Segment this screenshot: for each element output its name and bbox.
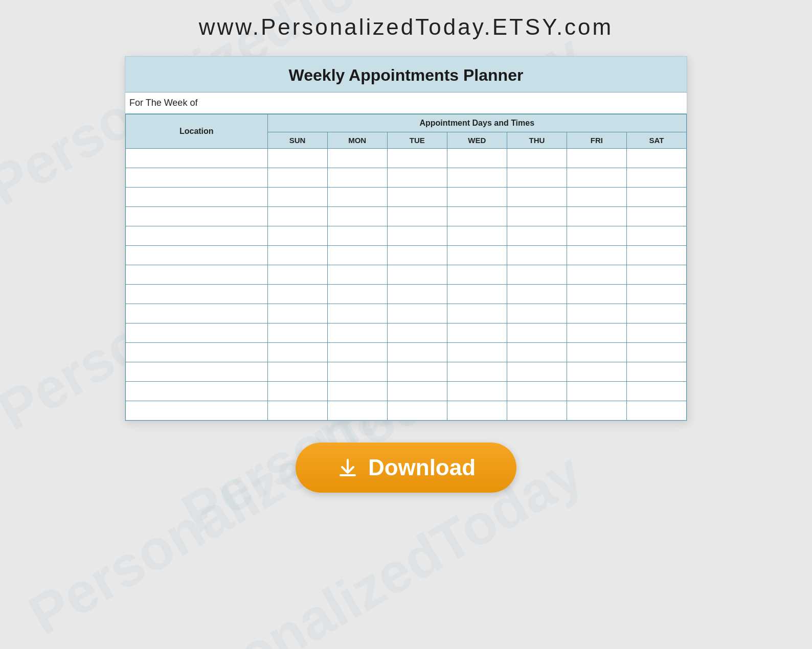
table-header-top: Location Appointment Days and Times <box>126 114 687 132</box>
appointment-cell <box>447 401 507 421</box>
appointment-cell <box>626 188 686 207</box>
appointment-cell <box>567 382 626 401</box>
appointment-cell <box>387 265 447 285</box>
week-label: For The Week of <box>125 92 687 114</box>
appointment-cell <box>447 207 507 226</box>
location-cell <box>126 149 268 168</box>
download-button[interactable]: Download <box>296 443 516 493</box>
appointment-cell <box>626 226 686 246</box>
planner-card: Weekly Appointments Planner For The Week… <box>125 56 687 421</box>
appointment-cell <box>447 285 507 304</box>
appointment-cell <box>267 168 327 188</box>
table-row <box>126 401 687 421</box>
appointment-cell <box>567 207 626 226</box>
appointment-cell <box>567 304 626 323</box>
appointment-cell <box>327 265 387 285</box>
appointment-cell <box>626 246 686 265</box>
day-mon: MON <box>327 132 387 149</box>
appointment-cell <box>327 343 387 362</box>
appointment-cell <box>447 246 507 265</box>
appointment-cell <box>327 304 387 323</box>
day-thu: THU <box>507 132 567 149</box>
appointment-cell <box>327 323 387 343</box>
appointment-cell <box>327 246 387 265</box>
appointment-cell <box>507 362 567 382</box>
appointment-cell <box>447 323 507 343</box>
appointment-cell <box>267 207 327 226</box>
appointment-cell <box>387 362 447 382</box>
appointment-cell <box>567 168 626 188</box>
appointment-cell <box>626 207 686 226</box>
appointment-cell <box>567 343 626 362</box>
appointment-cell <box>387 188 447 207</box>
appointment-cell <box>626 168 686 188</box>
location-cell <box>126 362 268 382</box>
location-cell <box>126 168 268 188</box>
location-cell <box>126 188 268 207</box>
appointment-cell <box>327 207 387 226</box>
appointment-cell <box>567 246 626 265</box>
appointment-cell <box>387 401 447 421</box>
appointment-cell <box>267 285 327 304</box>
appointment-cell <box>387 168 447 188</box>
table-row <box>126 382 687 401</box>
location-cell <box>126 246 268 265</box>
appointment-cell <box>387 323 447 343</box>
table-row <box>126 226 687 246</box>
appointment-cell <box>267 188 327 207</box>
appointment-cell <box>447 226 507 246</box>
appointment-cell <box>567 285 626 304</box>
appointment-cell <box>327 226 387 246</box>
appointment-cell <box>327 382 387 401</box>
appointment-cell <box>447 382 507 401</box>
table-row <box>126 323 687 343</box>
appointment-cell <box>327 362 387 382</box>
appointment-cell <box>507 285 567 304</box>
appointment-cell <box>447 149 507 168</box>
appointment-cell <box>387 149 447 168</box>
appointment-cell <box>447 265 507 285</box>
appointment-cell <box>447 188 507 207</box>
appointment-cell <box>447 304 507 323</box>
appointment-cell <box>387 382 447 401</box>
appointment-cell <box>447 168 507 188</box>
appointment-cell <box>327 285 387 304</box>
location-cell <box>126 382 268 401</box>
download-label: Download <box>368 455 476 480</box>
appointment-cell <box>267 323 327 343</box>
appointment-cell <box>626 149 686 168</box>
appointment-cell <box>507 207 567 226</box>
appointment-cell <box>507 401 567 421</box>
day-tue: TUE <box>387 132 447 149</box>
appointment-cell <box>387 226 447 246</box>
appointment-cell <box>267 226 327 246</box>
appointments-table: Location Appointment Days and Times SUN … <box>125 114 687 421</box>
appointment-cell <box>567 362 626 382</box>
appointment-cell <box>567 401 626 421</box>
appointment-cell <box>626 362 686 382</box>
day-fri: FRI <box>567 132 626 149</box>
location-cell <box>126 285 268 304</box>
appointment-cell <box>267 343 327 362</box>
day-sat: SAT <box>626 132 686 149</box>
appointment-cell <box>626 304 686 323</box>
location-cell <box>126 304 268 323</box>
appointment-cell <box>387 207 447 226</box>
appointment-cell <box>507 382 567 401</box>
location-cell <box>126 401 268 421</box>
appointment-cell <box>387 304 447 323</box>
day-wed: WED <box>447 132 507 149</box>
appointment-cell <box>507 149 567 168</box>
appointment-cell <box>267 304 327 323</box>
appointment-cell <box>267 362 327 382</box>
location-cell <box>126 265 268 285</box>
table-row <box>126 265 687 285</box>
location-cell <box>126 207 268 226</box>
table-row <box>126 285 687 304</box>
appointment-cell <box>267 382 327 401</box>
table-row <box>126 343 687 362</box>
appointment-cell <box>507 304 567 323</box>
location-cell <box>126 343 268 362</box>
appointment-cell <box>447 343 507 362</box>
location-cell <box>126 226 268 246</box>
